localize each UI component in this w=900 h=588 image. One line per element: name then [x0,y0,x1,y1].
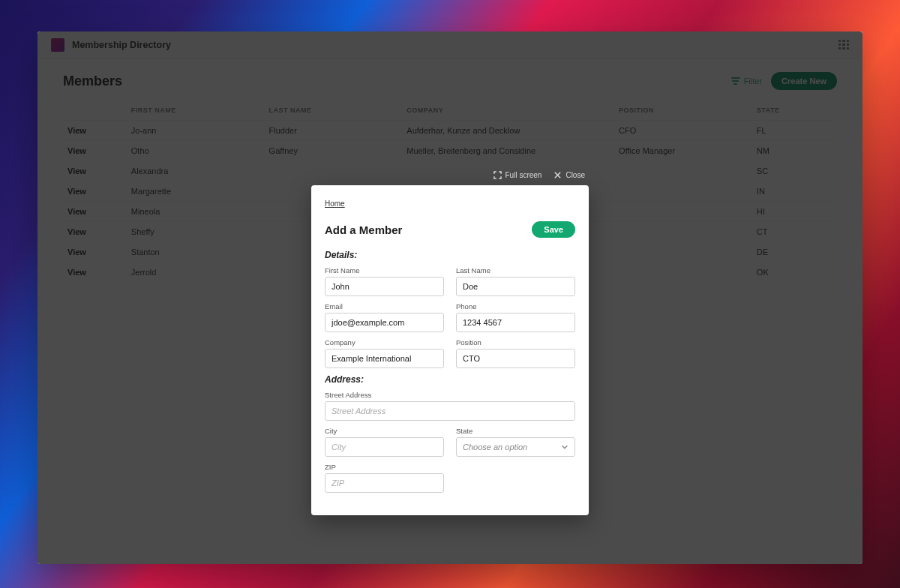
email-input[interactable] [325,313,444,332]
city-input[interactable] [325,437,444,457]
close-icon [554,171,562,179]
add-member-modal: Home Add a Member Save Details: First Na… [311,185,589,515]
label-last-name: Last Name [456,266,575,274]
label-company: Company [325,338,444,346]
fullscreen-label: Full screen [506,171,542,179]
label-phone: Phone [456,302,575,310]
label-position: Position [456,338,575,346]
last-name-input[interactable] [456,277,575,296]
state-select-value: Choose an option [463,442,527,452]
modal-toolbar: Full screen Close [494,171,585,179]
zip-input[interactable] [325,473,444,493]
label-email: Email [325,302,444,310]
save-button[interactable]: Save [532,221,575,238]
street-input[interactable] [325,401,575,421]
section-address: Address: [325,374,575,385]
label-state: State [456,427,575,435]
section-details: Details: [325,250,575,260]
phone-input[interactable] [456,313,575,332]
close-button[interactable]: Close [554,171,585,179]
modal-title: Add a Member [325,224,402,236]
app-window: Membership Directory Members Filter Crea… [38,32,862,564]
fullscreen-icon [494,171,502,179]
first-name-input[interactable] [325,277,444,296]
breadcrumb-home[interactable]: Home [325,200,345,208]
label-street: Street Address [325,391,575,399]
state-select[interactable]: Choose an option [456,437,575,457]
close-label: Close [566,171,585,179]
modal-header: Add a Member Save [325,221,575,238]
company-input[interactable] [325,349,444,368]
chevron-down-icon [561,443,568,451]
fullscreen-button[interactable]: Full screen [494,171,542,179]
label-zip: ZIP [325,463,444,471]
label-first-name: First Name [325,266,444,274]
label-city: City [325,427,444,435]
position-input[interactable] [456,349,575,368]
